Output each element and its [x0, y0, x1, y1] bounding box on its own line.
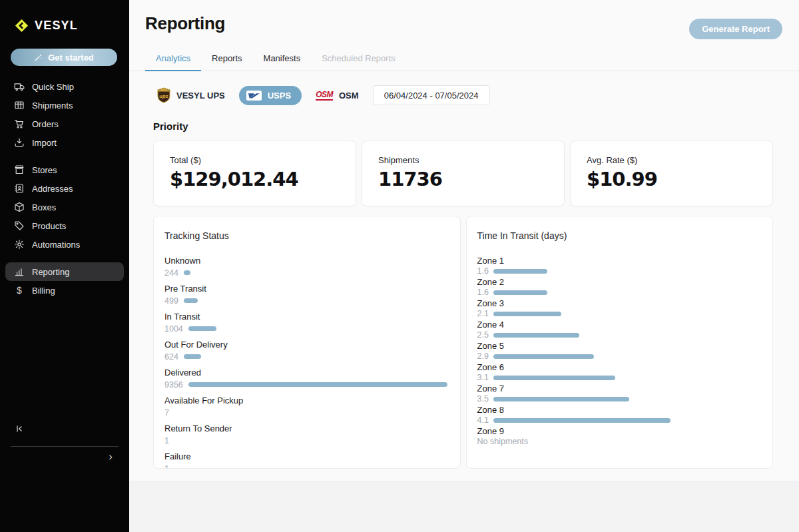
- chevron-right-icon: ›: [109, 450, 113, 463]
- sidebar-group: Reporting $ Billing: [0, 262, 129, 300]
- zone-bar: [493, 418, 670, 423]
- tag-icon: [14, 220, 25, 231]
- tab-manifests[interactable]: Manifests: [253, 47, 312, 71]
- stat-label: Avg. Rate ($): [587, 155, 756, 165]
- tracking-status-list: Unknown 244 Pre Transit 499 In Transit 1…: [164, 255, 449, 469]
- gear-icon: [14, 239, 25, 250]
- osm-logo: OSM: [316, 91, 333, 101]
- carrier-label: USPS: [268, 91, 291, 101]
- tab-reports[interactable]: Reports: [201, 47, 253, 71]
- zone-label: Zone 6: [477, 362, 762, 373]
- zone-label: Zone 3: [477, 298, 762, 309]
- stat-card: Shipments 11736: [362, 140, 565, 206]
- app-logo: VESYL: [0, 0, 129, 33]
- sidebar-item-automations[interactable]: Automations: [5, 235, 124, 254]
- date-range-input[interactable]: [373, 85, 490, 105]
- transit-zone-row: Zone 8 4.1: [477, 404, 762, 425]
- transit-zone-row: Zone 3 2.1: [477, 298, 762, 318]
- sidebar-group: Quick Ship Shipments Orders Import: [0, 77, 129, 152]
- sidebar-item-addresses[interactable]: Addresses: [5, 179, 124, 198]
- stat-card: Avg. Rate ($) $10.99: [570, 140, 773, 206]
- zone-label: Zone 9: [477, 425, 762, 437]
- carrier-toggle-vesyl-ups[interactable]: ups VESYL UPS: [157, 87, 225, 103]
- import-icon: [14, 137, 25, 148]
- zone-label: Zone 4: [477, 319, 762, 330]
- sidebar-item-products[interactable]: Products: [5, 216, 124, 235]
- grid-icon: [14, 100, 25, 111]
- collapse-sidebar-button[interactable]: [15, 425, 23, 433]
- truck-icon: [14, 81, 25, 92]
- status-count: 9356: [164, 380, 183, 390]
- zone-value: 4.1: [477, 415, 489, 425]
- tracking-status-row: Return To Sender 1: [164, 423, 449, 445]
- zone-label: Zone 5: [477, 340, 762, 352]
- tracking-status-row: Failure 1: [164, 451, 449, 469]
- carrier-label: VESYL UPS: [176, 91, 225, 101]
- sidebar-item-label: Stores: [32, 165, 57, 175]
- usps-logo: [246, 91, 262, 101]
- sidebar-item-shipments[interactable]: Shipments: [5, 96, 124, 115]
- app-window: VESYL Get started Quick Ship Shipments O…: [0, 0, 799, 532]
- status-label: Out For Delivery: [164, 339, 449, 350]
- storefront-icon: [14, 164, 25, 175]
- sidebar-item-label: Reporting: [32, 267, 69, 277]
- expand-chevron-button[interactable]: ›: [109, 451, 113, 462]
- sidebar-item-label: Quick Ship: [32, 82, 74, 92]
- status-count: 7: [164, 408, 169, 417]
- tracking-status-row: In Transit 1004: [164, 311, 449, 334]
- sidebar-item-label: Products: [32, 221, 66, 231]
- svg-text:ups: ups: [159, 93, 168, 99]
- sidebar-item-quick-ship[interactable]: Quick Ship: [5, 77, 124, 96]
- tab-analytics[interactable]: Analytics: [145, 47, 201, 71]
- carrier-toggle-osm[interactable]: OSM OSM: [316, 91, 358, 101]
- status-count: 1: [164, 436, 169, 445]
- tracking-status-panel: Tracking Status Unknown 244 Pre Transit …: [153, 216, 461, 469]
- zone-value: 3.5: [477, 394, 489, 403]
- tab-scheduled-reports[interactable]: Scheduled Reports: [311, 47, 406, 71]
- box-icon: [14, 202, 25, 212]
- zone-value: 2.9: [477, 352, 489, 361]
- status-bar: [188, 326, 216, 331]
- sidebar-group: Stores Addresses Boxes Products Automati…: [0, 160, 129, 254]
- generate-report-button[interactable]: Generate Report: [689, 19, 782, 39]
- tracking-status-row: Pre Transit 499: [164, 283, 449, 306]
- zone-bar: [493, 269, 547, 274]
- status-count: 624: [164, 352, 178, 362]
- carrier-toggle-usps[interactable]: USPS: [239, 86, 302, 105]
- panel-title: Tracking Status: [164, 230, 449, 241]
- transit-zone-row: Zone 5 2.9: [477, 340, 762, 361]
- collapse-icon: [15, 425, 23, 433]
- chart-panels: Tracking Status Unknown 244 Pre Transit …: [153, 216, 773, 469]
- transit-zone-row: Zone 1 1.6: [477, 255, 762, 276]
- get-started-button[interactable]: Get started: [11, 49, 117, 66]
- ups-logo: ups: [157, 87, 170, 103]
- page-background: [129, 481, 799, 532]
- status-count: 499: [164, 296, 178, 306]
- sidebar-item-billing[interactable]: $ Billing: [5, 281, 124, 300]
- transit-zone-row: Zone 9 No shipments: [477, 425, 762, 446]
- status-bar: [184, 270, 190, 275]
- zone-bar: [493, 333, 579, 338]
- dollar-icon: $: [14, 285, 25, 296]
- cart-icon: [14, 119, 25, 129]
- zone-bar: [493, 376, 615, 380]
- sidebar-item-label: Boxes: [32, 202, 56, 212]
- zone-label: Zone 7: [477, 383, 762, 394]
- stat-value: 11736: [378, 168, 548, 190]
- sidebar-item-boxes[interactable]: Boxes: [5, 198, 124, 216]
- report-tabs: AnalyticsReportsManifestsScheduled Repor…: [129, 47, 799, 71]
- sidebar-item-orders[interactable]: Orders: [5, 115, 124, 133]
- sidebar-item-import[interactable]: Import: [5, 133, 124, 152]
- carrier-label: OSM: [339, 91, 359, 101]
- status-bar: [184, 354, 201, 359]
- sidebar-nav: Quick Ship Shipments Orders Import Store…: [0, 77, 129, 300]
- sidebar-item-reporting[interactable]: Reporting: [5, 262, 124, 281]
- zone-value: 1.6: [477, 266, 489, 276]
- tracking-status-row: Available For Pickup 7: [164, 395, 449, 417]
- zone-bar: [493, 312, 561, 316]
- sidebar-item-stores[interactable]: Stores: [5, 160, 124, 179]
- logo-text: VESYL: [35, 19, 78, 33]
- transit-zone-row: Zone 4 2.5: [477, 319, 762, 340]
- stat-card: Total ($) $129,012.44: [153, 140, 356, 206]
- main-content: Reporting Generate Report AnalyticsRepor…: [129, 0, 799, 532]
